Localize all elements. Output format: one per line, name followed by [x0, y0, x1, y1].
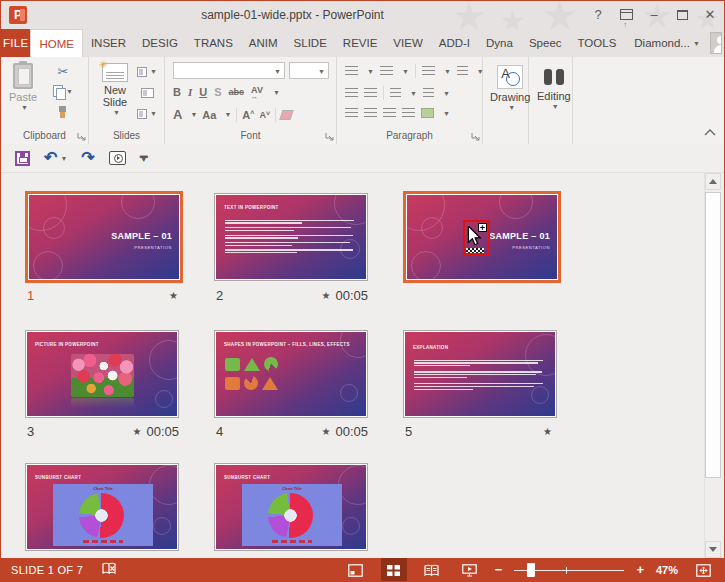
transition-time: 00:05: [146, 424, 179, 439]
scroll-down-button[interactable]: [705, 541, 721, 558]
customize-qat-button[interactable]: ▬▼: [140, 154, 148, 162]
font-color-button[interactable]: A: [173, 107, 182, 122]
slide-thumbnail-6[interactable]: SUNBURST CHART Chart Title: [25, 463, 179, 551]
tab-speech[interactable]: Speec: [521, 29, 570, 57]
slide-thumbnail-7[interactable]: SUNBURST CHART Chart Title: [214, 463, 368, 551]
underline-button[interactable]: U: [199, 86, 207, 98]
zoom-out-button[interactable]: −: [495, 558, 503, 582]
format-painter-button[interactable]: [53, 104, 73, 121]
grow-font-button[interactable]: A˄: [242, 109, 254, 121]
scroll-up-button[interactable]: [705, 173, 721, 190]
save-button[interactable]: [15, 151, 30, 166]
tab-slideshow[interactable]: SLIDE: [286, 29, 335, 57]
align-left-icon[interactable]: [345, 108, 358, 118]
copy-button[interactable]: ▼: [53, 83, 73, 100]
change-case-button[interactable]: Aa: [202, 109, 216, 121]
font-name-combobox[interactable]: ▼: [173, 62, 285, 79]
slide-thumbnail-4[interactable]: SHAPES IN POWERPOINT – FILLS, LINES, EFF…: [214, 330, 368, 418]
account-menu[interactable]: Diamond... ▼: [624, 29, 704, 57]
scrollbar-thumb[interactable]: [705, 192, 721, 478]
slide-sorter-view-button[interactable]: [381, 558, 407, 582]
tab-view[interactable]: VIEW: [385, 29, 430, 57]
fit-slide-to-window-button[interactable]: [690, 558, 716, 582]
clear-formatting-icon[interactable]: [279, 110, 293, 120]
tab-insert[interactable]: INSER: [83, 29, 134, 57]
slide-layout-button[interactable]: ▼: [137, 63, 157, 80]
normal-view-button[interactable]: [343, 558, 369, 582]
tab-design[interactable]: DESIG: [134, 29, 186, 57]
minimize-button[interactable]: –: [640, 1, 668, 29]
paste-button[interactable]: Paste ▼: [9, 63, 37, 111]
zoom-in-button[interactable]: +: [636, 558, 644, 582]
shrink-font-button[interactable]: A˅: [259, 110, 270, 120]
tab-tools[interactable]: TOOLS: [570, 29, 625, 57]
bold-button[interactable]: B: [173, 86, 181, 98]
circle-decoration: [121, 195, 155, 219]
group-font: ▼ ▼ B I U S abc AV↔ ▼ A ▼ Aa ▼ A˄ A˅: [165, 57, 337, 144]
increase-indent-icon[interactable]: [364, 88, 377, 98]
maximize-button[interactable]: [668, 1, 696, 29]
tab-home[interactable]: HOME: [30, 29, 83, 57]
align-right-icon[interactable]: [383, 108, 396, 118]
slide-subtitle: PRESENTATION: [134, 245, 172, 250]
align-text-icon[interactable]: [423, 88, 434, 98]
clipboard-dialog-launcher[interactable]: [77, 132, 86, 141]
cut-button[interactable]: ✂: [53, 63, 73, 80]
reading-view-button[interactable]: [419, 558, 445, 582]
line-spacing-icon[interactable]: [422, 66, 435, 76]
new-slide-button[interactable]: ✳ New Slide ▼: [95, 63, 135, 116]
slide-thumbnail-1[interactable]: SAMPLE – 01 PRESENTATION: [25, 191, 183, 283]
tab-animations[interactable]: ANIM: [241, 29, 286, 57]
reset-slide-button[interactable]: [137, 84, 157, 101]
close-button[interactable]: ✕: [696, 1, 724, 29]
strikethrough-button[interactable]: abc: [229, 87, 245, 97]
italic-button[interactable]: I: [188, 86, 192, 98]
smartart-icon[interactable]: [421, 108, 434, 118]
font-size-combobox[interactable]: ▼: [289, 62, 329, 79]
tab-addins[interactable]: ADD-I: [431, 29, 478, 57]
group-drawing: A Drawing ▼: [483, 57, 529, 144]
status-bar: SLIDE 1 OF 7: [1, 558, 724, 582]
drawing-button[interactable]: A Drawing ▼: [490, 65, 530, 111]
undo-button[interactable]: ↶▼: [44, 150, 67, 166]
numbering-icon[interactable]: [380, 66, 393, 76]
slide-thumbnail-5[interactable]: EXPLANATION: [403, 330, 557, 418]
align-center-icon[interactable]: [364, 108, 377, 118]
text-direction-icon[interactable]: [457, 66, 468, 76]
columns-icon[interactable]: [390, 88, 401, 98]
spell-check-button[interactable]: [101, 562, 117, 578]
bullets-icon[interactable]: [345, 66, 358, 76]
slides-group-label: Slides: [89, 130, 164, 141]
character-spacing-button[interactable]: AV↔: [251, 85, 263, 99]
text-shadow-button[interactable]: S: [214, 86, 221, 98]
user-avatar[interactable]: [710, 32, 722, 54]
tab-dyna[interactable]: Dyna: [478, 29, 521, 57]
tab-transitions[interactable]: TRANS: [186, 29, 241, 57]
slide-thumbnail-3[interactable]: PICTURE IN POWERPOINT: [25, 330, 179, 418]
help-button[interactable]: ?: [584, 1, 612, 29]
zoom-slider[interactable]: [514, 563, 624, 577]
chart-panel: Chart Title: [242, 484, 342, 546]
decrease-indent-icon[interactable]: [345, 88, 358, 98]
chevron-down-icon: ▼: [150, 68, 157, 75]
ribbon-display-options-button[interactable]: [612, 1, 640, 29]
tab-review[interactable]: REVIE: [335, 29, 386, 57]
slide-thumbnail-drag-copy[interactable]: SAMPLE – 01 PRESENTATION +: [403, 191, 561, 283]
justify-icon[interactable]: [402, 108, 415, 118]
chevron-down-icon: ▼: [318, 68, 325, 75]
zoom-percentage[interactable]: 47%: [656, 564, 678, 576]
tab-file[interactable]: FILE: [1, 29, 30, 57]
paragraph-dialog-launcher[interactable]: [471, 132, 480, 141]
vertical-scrollbar[interactable]: [704, 173, 721, 558]
font-dialog-launcher[interactable]: [325, 132, 334, 141]
chevron-down-icon: ▼: [224, 111, 231, 118]
section-button[interactable]: ▼: [137, 105, 157, 122]
slide-thumbnail-2[interactable]: TEXT IN POWERPOINT: [214, 193, 368, 281]
slide-show-button[interactable]: [457, 558, 483, 582]
zoom-slider-thumb[interactable]: [527, 563, 535, 577]
redo-button[interactable]: ↷: [81, 150, 94, 166]
editing-button[interactable]: Editing ▼: [537, 66, 571, 110]
collapse-ribbon-button[interactable]: [704, 122, 716, 140]
undo-icon: ↶: [44, 150, 57, 166]
start-from-beginning-button[interactable]: [109, 151, 126, 165]
